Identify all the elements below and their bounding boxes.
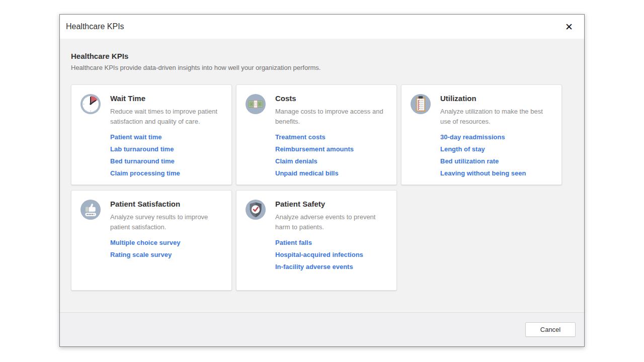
link-lab-turnaround-time[interactable]: Lab turnaround time [110, 145, 223, 153]
link-unpaid-medical-bills[interactable]: Unpaid medical bills [275, 169, 388, 177]
link-claim-processing-time[interactable]: Claim processing time [110, 169, 223, 177]
card-description: Analyze utilization to make the best use… [440, 107, 553, 127]
link-bed-utilization-rate[interactable]: Bed utilization rate [440, 157, 553, 165]
card-title: Wait Time [110, 94, 223, 103]
link-bed-turnaround-time[interactable]: Bed turnaround time [110, 157, 223, 165]
clock-icon [79, 93, 102, 115]
kpi-card-utilization: Utilization Analyze utilization to make … [401, 84, 562, 185]
link-30-day-readmissions[interactable]: 30-day readmissions [440, 133, 553, 141]
kpi-card-patient-satisfaction: Patient Satisfaction Analyze survey resu… [71, 190, 232, 291]
dialog-title: Healthcare KPIs [66, 22, 124, 31]
card-title: Patient Safety [275, 200, 388, 208]
dialog-footer: Cancel [60, 312, 584, 346]
link-rating-scale-survey[interactable]: Rating scale survey [110, 251, 223, 258]
card-description: Manage costs to improve access and benef… [275, 107, 388, 127]
dialog-body: Healthcare KPIs Healthcare KPIs provide … [60, 39, 584, 312]
link-hospital-acquired-infections[interactable]: Hospital-acquired infections [275, 251, 388, 258]
link-length-of-stay[interactable]: Length of stay [440, 145, 553, 153]
page-subtitle: Healthcare KPIs provide data-driven insi… [71, 64, 573, 71]
kpi-card-grid: Wait Time Reduce wait times to improve p… [71, 84, 573, 291]
link-leaving-without-being-seen[interactable]: Leaving without being seen [440, 169, 553, 177]
kpi-card-costs: Costs Manage costs to improve access and… [236, 84, 397, 185]
link-treatment-costs[interactable]: Treatment costs [275, 133, 388, 141]
card-title: Utilization [440, 94, 553, 103]
link-patient-falls[interactable]: Patient falls [275, 239, 388, 246]
card-title: Costs [275, 94, 388, 103]
page-title: Healthcare KPIs [71, 52, 573, 60]
cancel-button[interactable]: Cancel [525, 322, 576, 337]
kpi-card-wait-time: Wait Time Reduce wait times to improve p… [71, 84, 232, 185]
card-title: Patient Satisfaction [110, 200, 223, 208]
dialog-header: Healthcare KPIs ✕ [60, 15, 584, 39]
card-description: Analyze survey results to improve patien… [110, 212, 223, 232]
healthcare-kpis-dialog: Healthcare KPIs ✕ Healthcare KPIs Health… [59, 14, 585, 347]
thumbs-up-icon [79, 199, 102, 221]
link-in-facility-adverse-events[interactable]: In-facility adverse events [275, 263, 388, 270]
kpi-card-patient-safety: Patient Safety Analyze adverse events to… [236, 190, 397, 291]
link-multiple-choice-survey[interactable]: Multiple choice survey [110, 239, 223, 246]
link-reimbursement-amounts[interactable]: Reimbursement amounts [275, 145, 388, 153]
link-claim-denials[interactable]: Claim denials [275, 157, 388, 165]
card-description: Analyze adverse events to prevent harm t… [275, 212, 388, 232]
card-description: Reduce wait times to improve patient sat… [110, 107, 223, 127]
shield-check-icon [245, 199, 267, 221]
money-icon [245, 93, 267, 115]
clipboard-checklist-icon [410, 93, 432, 115]
link-patient-wait-time[interactable]: Patient wait time [110, 133, 223, 141]
close-icon[interactable]: ✕ [562, 20, 576, 34]
